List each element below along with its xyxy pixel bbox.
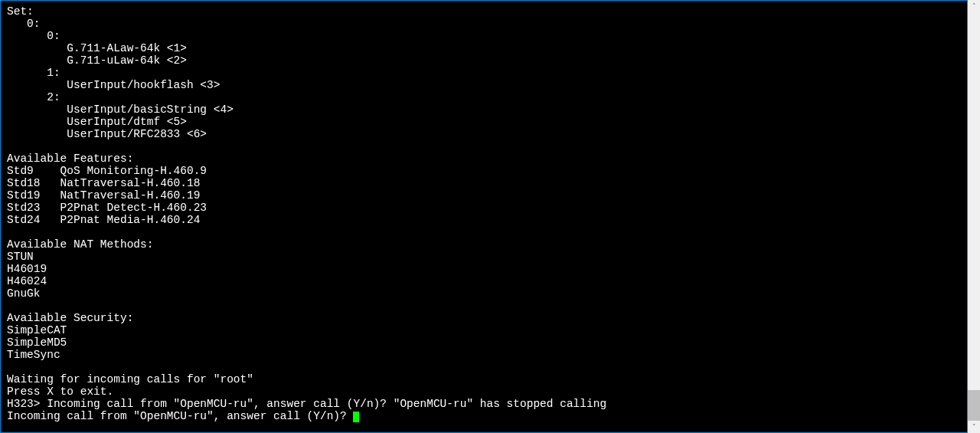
terminal-lines: Set: 0: 0: G.711-ALaw-64k <1> G.711-uLaw…: [7, 5, 606, 410]
terminal-output[interactable]: Set: 0: 0: G.711-ALaw-64k <1> G.711-uLaw…: [1, 1, 967, 427]
terminal-window: Set: 0: 0: G.711-ALaw-64k <1> G.711-uLaw…: [0, 0, 968, 433]
scrollbar-thumb[interactable]: [968, 390, 980, 421]
chevron-down-icon: ˅: [972, 423, 976, 431]
terminal-prompt: Incoming call from "OpenMCU-ru", answer …: [7, 410, 353, 422]
chevron-up-icon: ˄: [972, 2, 976, 10]
vertical-scrollbar[interactable]: ˄ ˅: [968, 0, 980, 433]
scroll-up-button[interactable]: ˄: [968, 0, 980, 12]
scroll-down-button[interactable]: ˅: [968, 421, 980, 433]
cursor-icon: [353, 412, 359, 422]
